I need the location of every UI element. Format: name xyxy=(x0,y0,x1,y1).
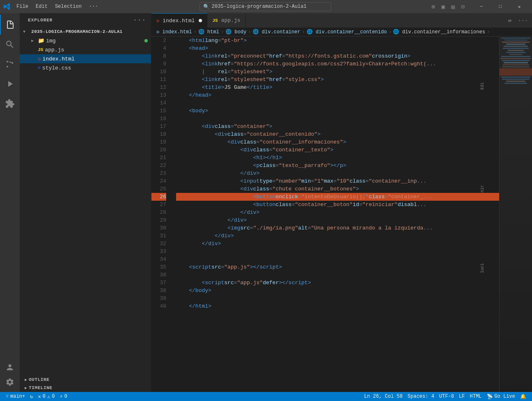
menu-edit[interactable]: Edit xyxy=(33,3,51,10)
js-icon: JS xyxy=(212,18,218,23)
breadcrumb-indexhtml[interactable]: ◇ index.html xyxy=(156,29,192,35)
error-count: 0 xyxy=(42,394,45,399)
code-line-13: </head> xyxy=(176,91,499,99)
tree-item-img[interactable]: ▶ 📁 img xyxy=(20,36,151,45)
code-line-39 xyxy=(176,294,499,302)
timeline-section[interactable]: ▶ TIMELINE xyxy=(20,384,151,392)
sidebar-title: EXPLORER xyxy=(28,18,53,23)
breadcrumb-div-contenido[interactable]: 🌐 div.container__contenido xyxy=(307,29,387,35)
status-spaces[interactable]: Spaces: 4 xyxy=(405,392,437,401)
minimize-button[interactable]: ─ xyxy=(472,0,491,13)
language-label: HTML xyxy=(470,394,482,399)
right-label-luci: luci xyxy=(480,263,493,273)
activity-extensions[interactable] xyxy=(0,94,20,114)
sidebar-more-button[interactable]: ··· xyxy=(133,16,146,24)
code-line-27: <button class="container__boton" id="rei… xyxy=(176,201,499,209)
status-branch[interactable]: ⑂ main+ xyxy=(3,392,28,401)
status-line-col[interactable]: Ln 26, Col 58 xyxy=(362,392,405,401)
tab-app-js[interactable]: JS app.js xyxy=(207,13,246,28)
status-errors[interactable]: ✕ 0 ⚠ 0 xyxy=(35,392,57,401)
tree-item-indexhtml[interactable]: ◇ index.html xyxy=(20,54,151,63)
code-line-2: <html lang="pt-br"> xyxy=(176,37,499,44)
sync-icon: ↻ xyxy=(30,394,33,400)
tree-project-root[interactable]: ▼ 2035-LOGICA-PROGRAMACION-2-AULA1 xyxy=(20,27,151,36)
status-remote[interactable]: ⚡ 0 xyxy=(57,392,70,401)
breadcrumb-div-container[interactable]: 🌐 div.container xyxy=(253,29,300,35)
code-line-31: </div> xyxy=(176,232,499,240)
tab-end-buttons: ⇌ ··· xyxy=(504,13,532,28)
file-name: style.css xyxy=(42,65,71,71)
code-line-11: <link rel="stylesheet" href="style.css"> xyxy=(176,76,499,83)
search-bar[interactable]: 🔍 2035-logica-programacion-2-Aula1 xyxy=(200,2,331,11)
css-file-icon: # xyxy=(38,65,41,70)
html-file-icon: ◇ xyxy=(38,56,41,62)
breadcrumb-html[interactable]: 🌐 html xyxy=(198,29,219,35)
minimap xyxy=(499,37,532,392)
status-notification[interactable]: 🔔 xyxy=(518,392,529,401)
tab-index-html[interactable]: ◇ index.html xyxy=(151,13,207,28)
sidebar-bottom: ▶ OUTLINE ▶ TIMELINE xyxy=(20,376,151,392)
editor-area: ◇ index.html JS app.js ⇌ ··· ◇ index.htm… xyxy=(151,13,532,392)
menu-file[interactable]: File xyxy=(13,3,32,10)
chevron-right-icon: ▶ xyxy=(25,386,27,390)
code-line-37: <script src="app.js" defer></script> xyxy=(176,279,499,287)
file-name: img xyxy=(46,38,56,44)
layout2-icon[interactable]: ⊟ xyxy=(459,2,467,11)
tree-item-stylecss[interactable]: # style.css xyxy=(20,63,151,72)
js-file-icon: JS xyxy=(38,47,43,52)
title-bar: File Edit Selection ··· 🔍 2035-logica-pr… xyxy=(0,0,532,13)
code-line-22: <p class="texto__parrafo"></p> xyxy=(176,162,499,169)
status-bar: ⑂ main+ ↻ ✕ 0 ⚠ 0 ⚡ 0 Ln 26, Col 58 Spac… xyxy=(0,392,532,401)
code-line-10: | rel="stylesheet"> xyxy=(176,68,499,76)
breadcrumb-body[interactable]: 🌐 body xyxy=(225,29,246,35)
breadcrumb-div-informaciones[interactable]: 🌐 div.container__informaciones xyxy=(393,29,485,35)
tree-item-appjs[interactable]: JS app.js xyxy=(20,45,151,54)
status-language[interactable]: HTML xyxy=(467,392,484,401)
status-line-ending[interactable]: LF xyxy=(456,392,467,401)
encoding-label: UTF-8 xyxy=(439,394,454,399)
status-golive[interactable]: 📡 Go Live xyxy=(484,392,518,401)
status-sync[interactable]: ↻ xyxy=(28,392,35,401)
breadcrumb: ◇ index.html › 🌐 html › 🌐 body › 🌐 div.c… xyxy=(151,28,532,37)
breadcrumb-sep: › xyxy=(193,29,196,35)
close-button[interactable]: ✕ xyxy=(510,0,529,13)
tab-bar: ◇ index.html JS app.js ⇌ ··· xyxy=(151,13,532,28)
activity-account[interactable] xyxy=(0,361,20,374)
chevron-down-icon: ▼ xyxy=(23,30,28,34)
file-name: app.js xyxy=(45,47,64,53)
code-editor[interactable]: 2 4 8 9 10 11 12 13 14 15 16 17 18 19 20… xyxy=(151,37,532,392)
search-text: 2035-logica-programacion-2-Aula1 xyxy=(212,4,307,9)
sidebar-icon[interactable]: ▤ xyxy=(449,2,457,11)
breadcrumb-sep: › xyxy=(302,29,305,35)
code-line-26: <button onclick="intentoDeUsuario();"cla… xyxy=(176,193,499,201)
right-label-edit: Edi xyxy=(480,82,493,90)
title-bar-right: ⊞ ▣ ▤ ⊟ ─ □ ✕ xyxy=(429,0,529,13)
svg-point-1 xyxy=(7,66,8,67)
panel-icon[interactable]: ▣ xyxy=(439,2,447,11)
code-line-35: <script src="app.js"></script> xyxy=(176,263,499,271)
code-line-9: <link href="https://fonts.googleapis.com… xyxy=(176,60,499,68)
menu-more[interactable]: ··· xyxy=(86,3,101,10)
activity-source-control[interactable] xyxy=(0,54,20,74)
layout-icon[interactable]: ⊞ xyxy=(429,2,437,11)
activity-explorer[interactable] xyxy=(0,15,20,35)
svg-point-2 xyxy=(12,62,13,64)
code-line-24: <input type="number" min="1" max="10" cl… xyxy=(176,177,499,185)
split-editor-button[interactable]: ⇌ xyxy=(504,15,516,26)
git-icon: ⑂ xyxy=(6,394,9,399)
activity-search[interactable] xyxy=(0,35,20,54)
project-name: 2035-LOGICA-PROGRAMACION-2-AULA1 xyxy=(31,29,123,34)
code-line-23: </div> xyxy=(176,169,499,177)
activity-settings[interactable] xyxy=(0,376,20,389)
status-encoding[interactable]: UTF-8 xyxy=(437,392,456,401)
more-actions-button[interactable]: ··· xyxy=(517,15,529,26)
outline-section[interactable]: ▶ OUTLINE xyxy=(20,376,151,384)
code-line-18: <div class="container__contenido"> xyxy=(176,130,499,138)
tab-label: app.js xyxy=(221,17,240,23)
golive-icon: 📡 xyxy=(487,394,493,400)
sidebar: EXPLORER ··· ▼ 2035-LOGICA-PROGRAMACION-… xyxy=(20,13,151,392)
activity-run[interactable] xyxy=(0,74,20,94)
search-icon: 🔍 xyxy=(203,4,209,10)
menu-selection[interactable]: Selection xyxy=(52,3,85,10)
maximize-button[interactable]: □ xyxy=(491,0,510,13)
